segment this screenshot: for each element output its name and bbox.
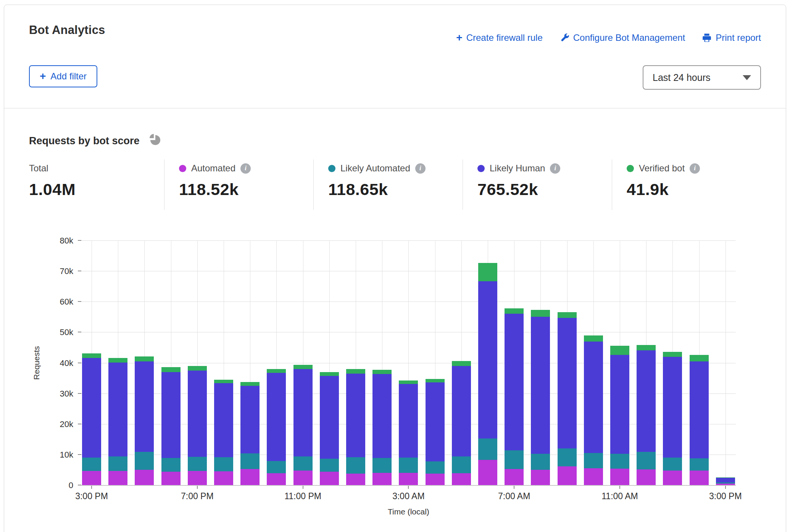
bar-segment-automated (161, 472, 181, 485)
bar-segment-verified-bot (716, 477, 735, 478)
y-axis-label: 70k (26, 266, 73, 276)
info-icon[interactable]: i (240, 163, 251, 174)
stacked-bar[interactable] (531, 310, 550, 485)
bar-segment-likely-human (372, 374, 392, 458)
horizontal-gridline (81, 240, 736, 241)
info-icon[interactable]: i (415, 163, 426, 174)
stat-likely-human-label: Likely Human (490, 163, 545, 174)
bar-segment-verified-bot (82, 353, 101, 358)
bar-segment-verified-bot (108, 358, 127, 363)
bar-segment-likely-human (558, 318, 577, 448)
bar-segment-likely-human (161, 372, 181, 458)
y-axis-label: 10k (26, 450, 73, 460)
bar-segment-verified-bot (293, 365, 313, 369)
y-axis-tick (78, 393, 81, 394)
stacked-bar[interactable] (161, 367, 181, 485)
bar-segment-verified-bot (505, 308, 524, 314)
stacked-bar[interactable] (505, 308, 524, 485)
bar-segment-likely-automated (161, 458, 181, 472)
x-axis-tick (91, 486, 92, 489)
bar-segment-automated (610, 469, 629, 485)
bar-segment-verified-bot (610, 346, 629, 355)
bar-segment-verified-bot (426, 379, 445, 382)
bar-segment-verified-bot (267, 369, 286, 373)
bar-segment-automated (108, 471, 127, 485)
stacked-bar[interactable] (267, 369, 286, 485)
bar-segment-likely-human (293, 369, 313, 457)
configure-bot-management-link[interactable]: Configure Bot Management (559, 32, 685, 43)
y-axis-label: 80k (26, 236, 73, 246)
y-axis-title: Requests (32, 340, 41, 386)
bar-segment-likely-human (716, 478, 735, 482)
bar-segment-likely-automated (346, 457, 365, 473)
stacked-bar[interactable] (188, 366, 207, 485)
stacked-bar[interactable] (82, 353, 101, 485)
x-axis-title: Time (local) (351, 507, 466, 516)
bar-segment-likely-automated (690, 458, 709, 471)
stacked-bar[interactable] (135, 356, 154, 485)
x-axis-label: 7:00 AM (484, 491, 545, 501)
stacked-bar[interactable] (716, 477, 735, 485)
bar-segment-likely-automated (610, 454, 629, 468)
print-report-link[interactable]: Print report (702, 32, 761, 43)
bar-segment-likely-automated (478, 438, 497, 460)
y-axis-tick (78, 301, 81, 302)
stacked-bar[interactable] (663, 352, 682, 485)
create-firewall-rule-link[interactable]: + Create firewall rule (456, 32, 542, 43)
bar-segment-automated (214, 471, 233, 485)
info-icon[interactable]: i (550, 163, 560, 174)
stacked-bar[interactable] (240, 382, 260, 485)
stacked-bar[interactable] (637, 345, 656, 485)
automated-legend-dot (179, 165, 186, 172)
info-icon[interactable]: i (690, 163, 700, 174)
stacked-bar[interactable] (426, 379, 445, 485)
bar-segment-automated (240, 469, 260, 485)
stacked-bar[interactable] (584, 335, 603, 485)
stacked-bar[interactable] (399, 380, 418, 485)
time-range-value: Last 24 hours (653, 72, 711, 83)
stacked-bar[interactable] (478, 263, 497, 485)
bar-segment-likely-automated (505, 450, 524, 469)
stacked-bar[interactable] (558, 312, 577, 485)
bar-segment-verified-bot (188, 366, 207, 371)
time-range-dropdown[interactable]: Last 24 hours (643, 65, 761, 90)
bar-segment-verified-bot (372, 370, 392, 374)
bar-segment-verified-bot (637, 345, 656, 350)
bar-segment-likely-automated (293, 456, 313, 471)
bar-segment-likely-human (505, 314, 524, 450)
x-axis-label: 3:00 PM (695, 491, 756, 501)
bar-segment-automated (82, 471, 101, 485)
stacked-bar[interactable] (214, 380, 233, 485)
bar-segment-likely-automated (240, 453, 260, 469)
y-axis-label: 60k (26, 297, 73, 307)
stacked-bar[interactable] (690, 355, 709, 485)
stacked-bar[interactable] (452, 361, 471, 485)
stacked-bar[interactable] (346, 369, 365, 485)
bar-segment-automated (558, 466, 577, 485)
x-axis-tick (514, 486, 514, 489)
stacked-bar[interactable] (372, 370, 392, 485)
bar-segment-likely-human (320, 376, 339, 459)
bar-segment-automated (135, 470, 154, 485)
x-axis-tick (197, 486, 198, 489)
card-header: Bot Analytics + Create firewall rule Con… (4, 5, 786, 108)
y-axis-label: 20k (26, 419, 73, 429)
bar-segment-automated (188, 471, 207, 485)
stat-automated-value: 118.52k (179, 180, 313, 199)
bar-segment-automated (584, 468, 603, 485)
bar-segment-likely-human (637, 350, 656, 451)
stacked-bar[interactable] (610, 346, 629, 485)
bar-segment-likely-automated (108, 456, 127, 471)
stacked-bar[interactable] (320, 372, 339, 485)
x-axis-tick (303, 486, 303, 489)
y-axis-tick (78, 454, 81, 455)
x-axis-tick (408, 486, 409, 489)
add-filter-button[interactable]: + Add filter (29, 65, 97, 87)
plus-icon: + (40, 71, 46, 82)
bar-segment-automated (399, 473, 418, 485)
stat-likely-human-value: 765.52k (477, 180, 612, 199)
stacked-bar[interactable] (108, 358, 127, 485)
stacked-bar[interactable] (293, 365, 313, 485)
bar-segment-likely-automated (399, 458, 418, 473)
bar-segment-automated (346, 474, 365, 485)
